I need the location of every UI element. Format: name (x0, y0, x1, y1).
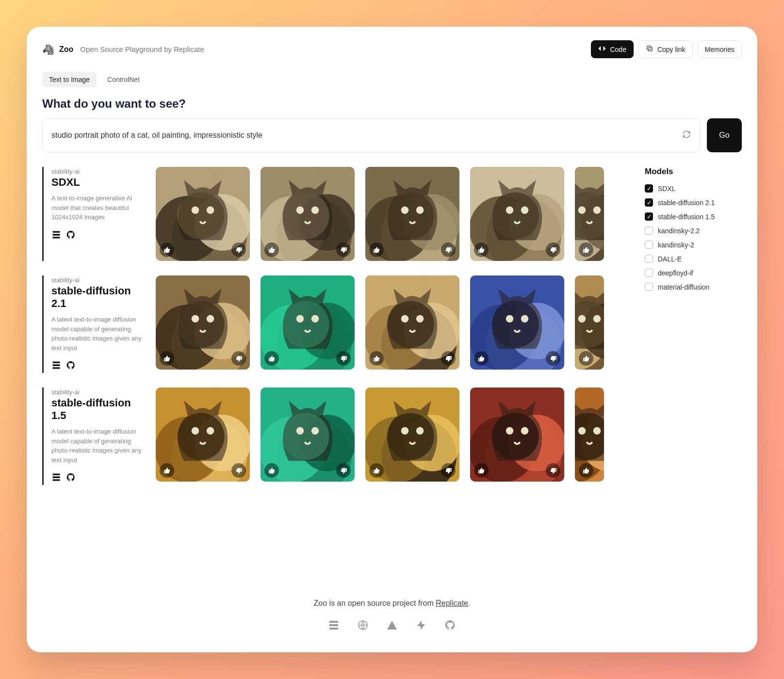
generated-image[interactable] (575, 167, 604, 261)
github-icon[interactable] (444, 619, 456, 633)
model-option-label: kandinsky-2.2 (658, 227, 700, 235)
go-button[interactable]: Go (707, 118, 742, 152)
svg-point-32 (506, 206, 514, 214)
thumbs-up-button[interactable] (474, 242, 489, 257)
openai-icon[interactable] (357, 619, 369, 633)
tab-controlnet[interactable]: ControlNet (100, 72, 147, 87)
tab-text-to-image[interactable]: Text to Image (42, 72, 97, 87)
prompt-input[interactable] (51, 131, 682, 140)
thumbs-up-button[interactable] (160, 351, 174, 366)
copy-icon (646, 45, 653, 54)
svg-point-81 (593, 315, 601, 323)
header-actions: Code Copy link Memories (591, 40, 742, 58)
copy-link-button[interactable]: Copy link (638, 40, 693, 58)
svg-point-33 (521, 206, 529, 214)
thumbs-down-button[interactable] (336, 242, 351, 257)
model-option-stable-diffusion-1-5[interactable]: stable-diffusion 1.5 (645, 212, 742, 221)
thumbs-down-button[interactable] (336, 351, 351, 366)
thumbs-up-button[interactable] (160, 242, 174, 257)
thumbs-up-button[interactable] (264, 242, 279, 257)
svg-point-65 (416, 315, 424, 323)
thumbs-down-button[interactable] (441, 351, 456, 366)
generated-image[interactable] (261, 275, 355, 370)
svg-point-49 (207, 315, 214, 323)
footer-replicate-link[interactable]: Replicate (436, 599, 468, 607)
model-option-stable-diffusion-2-1[interactable]: stable-diffusion 2.1 (645, 198, 742, 207)
thumbs-up-button[interactable] (579, 463, 593, 478)
replicate-link-icon[interactable] (51, 360, 61, 372)
thumbs-up-button[interactable] (579, 351, 593, 366)
generated-image[interactable] (156, 388, 250, 482)
model-option-deepfloyd-if[interactable]: deepfloyd-if (645, 269, 742, 277)
generated-image[interactable] (261, 388, 355, 482)
thumbs-up-button[interactable] (474, 463, 489, 478)
models-panel: Models SDXLstable-diffusion 2.1stable-di… (645, 167, 742, 485)
replicate-link-icon[interactable] (51, 472, 61, 484)
thumbs-up-button[interactable] (579, 242, 593, 257)
svg-point-89 (207, 427, 214, 435)
generated-image[interactable] (365, 275, 459, 370)
thumbs-up-button[interactable] (474, 351, 489, 366)
replicate-icon[interactable] (328, 619, 340, 633)
thumbs-down-button[interactable] (336, 463, 351, 478)
thumbs-down-button[interactable] (231, 351, 246, 366)
github-link-icon[interactable] (66, 472, 76, 484)
model-option-label: stable-diffusion 2.1 (658, 199, 715, 207)
memories-button[interactable]: Memories (698, 40, 742, 58)
checkbox[interactable] (645, 212, 653, 221)
thumbs-up-button[interactable] (369, 351, 384, 366)
generated-image[interactable] (470, 388, 564, 482)
model-description: A latent text-to-image diffusion model c… (51, 315, 145, 353)
svg-point-48 (192, 315, 199, 323)
checkbox[interactable] (645, 241, 653, 249)
model-option-label: SDXL (658, 185, 676, 193)
thumbs-up-button[interactable] (369, 242, 384, 257)
svg-point-16 (296, 206, 304, 214)
svg-point-121 (593, 427, 601, 435)
thumbs-down-button[interactable] (441, 242, 456, 257)
memories-button-label: Memories (705, 46, 735, 53)
thumbs-down-button[interactable] (441, 463, 456, 478)
generated-image[interactable] (365, 388, 459, 482)
thumbs-down-button[interactable] (546, 351, 560, 366)
model-option-dall-e[interactable]: DALL-E (645, 255, 742, 263)
code-button[interactable]: Code (591, 40, 633, 58)
generated-image[interactable] (575, 388, 604, 482)
model-option-material-diffusion[interactable]: material-diffusion (645, 283, 742, 291)
thumbs-up-button[interactable] (369, 463, 384, 478)
generated-image[interactable] (261, 167, 355, 261)
checkbox[interactable] (645, 283, 653, 291)
generated-image[interactable] (365, 167, 459, 261)
github-link-icon[interactable] (66, 230, 76, 242)
model-option-kandinsky-2-2[interactable]: kandinsky-2.2 (645, 226, 742, 235)
thumbs-down-button[interactable] (546, 463, 560, 478)
checkbox[interactable] (645, 184, 653, 193)
checkbox[interactable] (645, 255, 653, 263)
checkbox[interactable] (645, 226, 653, 235)
checkbox[interactable] (645, 269, 653, 277)
replicate-link-icon[interactable] (51, 230, 61, 242)
generated-image[interactable] (156, 275, 250, 370)
thumbs-down-button[interactable] (231, 242, 246, 257)
checkbox[interactable] (645, 198, 653, 207)
supabase-icon[interactable] (415, 619, 427, 633)
thumbs-down-button[interactable] (546, 242, 560, 257)
header: 🦓 Zoo Open Source Playground by Replicat… (42, 40, 742, 58)
model-option-kandinsky-2[interactable]: kandinsky-2 (645, 241, 742, 249)
model-option-sdxl[interactable]: SDXL (645, 184, 742, 193)
thumbs-up-button[interactable] (264, 463, 279, 478)
generated-image[interactable] (470, 167, 564, 261)
refresh-icon[interactable] (682, 130, 691, 141)
model-option-label: kandinsky-2 (658, 241, 694, 249)
model-vendor: stability-ai (51, 168, 145, 175)
vercel-icon[interactable] (386, 619, 398, 633)
generated-image[interactable] (156, 167, 250, 261)
generated-image[interactable] (575, 275, 604, 370)
github-link-icon[interactable] (66, 360, 76, 372)
svg-point-72 (506, 315, 514, 323)
generated-image[interactable] (470, 275, 564, 370)
svg-point-80 (578, 315, 586, 323)
thumbs-up-button[interactable] (160, 463, 174, 478)
thumbs-up-button[interactable] (264, 351, 279, 366)
thumbs-down-button[interactable] (231, 463, 246, 478)
